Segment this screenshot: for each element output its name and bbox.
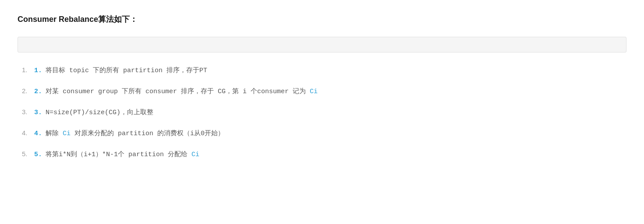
page-title: Consumer Rebalance算法如下： [18, 14, 626, 24]
list-number-outer: 1. [22, 65, 32, 75]
list-number-outer: 4. [22, 128, 32, 138]
normal-text: 解除 [46, 130, 63, 137]
list-number-outer: 5. [22, 149, 32, 159]
list-text: 解除 Ci 对原来分配的 partition 的消费权（i从0开始） [46, 129, 224, 139]
list-number-outer: 3. [22, 107, 32, 117]
list-number-inner: 1. [34, 66, 42, 76]
list-item: 3.3.N=size(PT)/size(CG)，向上取整 [22, 107, 626, 118]
normal-text: 对原来分配的 partition 的消费权（i从0开始） [71, 130, 224, 137]
list-number-inner: 3. [34, 108, 42, 118]
normal-text: 将目标 topic 下的所有 partirtion 排序，存于PT [46, 67, 207, 74]
highlight-text: Ci [310, 88, 318, 95]
list-item: 2.2.对某 consumer group 下所有 consumer 排序，存于… [22, 86, 626, 97]
normal-text: 将第i*N到（i+1）*N-1个 partition 分配给 [46, 151, 191, 158]
list-text: 将第i*N到（i+1）*N-1个 partition 分配给 Ci [46, 150, 199, 160]
list-item: 5.5.将第i*N到（i+1）*N-1个 partition 分配给 Ci [22, 149, 626, 160]
highlight-text: Ci [63, 130, 71, 137]
list-text: 对某 consumer group 下所有 consumer 排序，存于 CG，… [46, 87, 318, 97]
normal-text: N=size(PT)/size(CG)，向上取整 [46, 109, 153, 116]
list-text: N=size(PT)/size(CG)，向上取整 [46, 108, 153, 118]
highlight-text: Ci [191, 151, 199, 158]
list-number-outer: 2. [22, 86, 32, 96]
list-text: 将目标 topic 下的所有 partirtion 排序，存于PT [46, 66, 207, 76]
list-number-inner: 5. [34, 150, 42, 160]
normal-text: 对某 consumer group 下所有 consumer 排序，存于 CG，… [46, 88, 310, 95]
list-item: 1.1.将目标 topic 下的所有 partirtion 排序，存于PT [22, 65, 626, 76]
algorithm-list: 1.1.将目标 topic 下的所有 partirtion 排序，存于PT2.2… [18, 65, 626, 160]
list-number-inner: 2. [34, 87, 42, 97]
list-number-inner: 4. [34, 129, 42, 139]
code-block [18, 37, 626, 52]
list-item: 4.4.解除 Ci 对原来分配的 partition 的消费权（i从0开始） [22, 128, 626, 139]
